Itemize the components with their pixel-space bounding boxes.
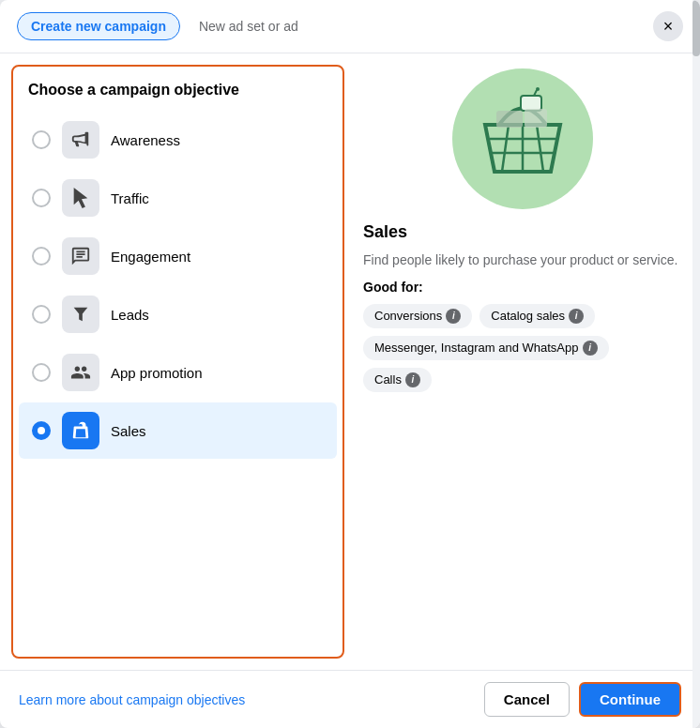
tags-container: Conversions i Catalog sales i Messenger,… bbox=[363, 304, 681, 392]
radio-traffic[interactable] bbox=[32, 189, 51, 207]
sales-basket-svg bbox=[466, 83, 579, 195]
panel-title: Choose a campaign objective bbox=[13, 67, 342, 106]
svg-rect-10 bbox=[525, 109, 547, 128]
objective-item-app-promotion[interactable]: App promotion bbox=[19, 344, 337, 401]
sales-circle-bg bbox=[452, 68, 593, 209]
traffic-icon-box bbox=[62, 179, 99, 217]
svg-rect-6 bbox=[521, 96, 541, 111]
app-promotion-label: App promotion bbox=[111, 365, 203, 381]
tag-catalog-sales-label: Catalog sales bbox=[491, 309, 565, 323]
modal-footer: Learn more about campaign objectives Can… bbox=[0, 670, 700, 728]
cancel-button[interactable]: Cancel bbox=[484, 682, 570, 717]
filter-icon bbox=[70, 304, 91, 325]
sales-icon-box bbox=[62, 412, 99, 449]
sales-illustration bbox=[363, 68, 681, 209]
cursor-icon bbox=[70, 188, 91, 208]
info-conversions-icon[interactable]: i bbox=[446, 309, 461, 324]
objective-item-leads[interactable]: Leads bbox=[19, 286, 337, 342]
svg-point-8 bbox=[536, 87, 540, 91]
radio-sales[interactable] bbox=[32, 421, 51, 440]
info-catalog-sales-icon[interactable]: i bbox=[569, 309, 584, 324]
radio-engagement[interactable] bbox=[32, 247, 51, 265]
svg-rect-9 bbox=[496, 111, 523, 128]
bag-icon bbox=[70, 420, 91, 441]
tag-conversions-label: Conversions bbox=[374, 309, 442, 323]
awareness-label: Awareness bbox=[111, 132, 180, 148]
leads-label: Leads bbox=[111, 307, 149, 323]
good-for-label: Good for: bbox=[363, 280, 681, 295]
learn-more-link[interactable]: Learn more about campaign objectives bbox=[19, 692, 245, 707]
sales-label: Sales bbox=[111, 423, 146, 439]
objective-item-awareness[interactable]: Awareness bbox=[19, 112, 337, 168]
radio-awareness[interactable] bbox=[32, 130, 51, 149]
tab-create-campaign[interactable]: Create new campaign bbox=[17, 12, 180, 40]
modal-body: Choose a campaign objective Awareness bbox=[0, 53, 700, 670]
engagement-label: Engagement bbox=[111, 249, 190, 265]
tag-calls: Calls i bbox=[363, 368, 432, 392]
app-promotion-icon-box bbox=[62, 354, 99, 391]
objective-list: Awareness Traffic bbox=[13, 106, 342, 468]
right-panel-title: Sales bbox=[363, 222, 681, 242]
tag-messenger: Messenger, Instagram and WhatsApp i bbox=[363, 336, 609, 360]
info-messenger-icon[interactable]: i bbox=[583, 341, 598, 356]
objective-item-engagement[interactable]: Engagement bbox=[19, 228, 337, 284]
tag-conversions: Conversions i bbox=[363, 304, 472, 328]
engagement-icon-box bbox=[62, 237, 99, 275]
svg-line-5 bbox=[537, 125, 543, 172]
info-calls-icon[interactable]: i bbox=[405, 372, 420, 387]
objective-item-traffic[interactable]: Traffic bbox=[19, 170, 337, 226]
chat-icon bbox=[70, 246, 91, 266]
radio-app-promotion[interactable] bbox=[32, 363, 51, 382]
objective-detail-panel: Sales Find people likely to purchase you… bbox=[344, 53, 700, 670]
modal-header: Create new campaign New ad set or ad × bbox=[0, 0, 700, 53]
leads-icon-box bbox=[62, 296, 99, 333]
campaign-modal: Create new campaign New ad set or ad × C… bbox=[0, 0, 700, 728]
megaphone-icon bbox=[70, 129, 91, 150]
footer-buttons: Cancel Continue bbox=[484, 682, 681, 717]
close-button[interactable]: × bbox=[653, 11, 683, 41]
tab-new-ad-set: New ad set or ad bbox=[191, 13, 306, 39]
scrollbar-track bbox=[692, 53, 700, 670]
continue-button[interactable]: Continue bbox=[579, 682, 681, 717]
traffic-label: Traffic bbox=[111, 190, 149, 206]
people-icon bbox=[70, 362, 91, 383]
svg-line-3 bbox=[502, 125, 509, 172]
tag-catalog-sales: Catalog sales i bbox=[479, 304, 595, 328]
tag-calls-label: Calls bbox=[374, 372, 402, 387]
objective-list-panel: Choose a campaign objective Awareness bbox=[11, 65, 344, 659]
right-panel-desc: Find people likely to purchase your prod… bbox=[363, 251, 681, 270]
scrollbar-thumb[interactable] bbox=[692, 53, 700, 56]
tag-messenger-label: Messenger, Instagram and WhatsApp bbox=[374, 341, 579, 355]
objective-item-sales[interactable]: Sales bbox=[19, 402, 337, 459]
awareness-icon-box bbox=[62, 121, 99, 159]
radio-leads[interactable] bbox=[32, 305, 51, 324]
